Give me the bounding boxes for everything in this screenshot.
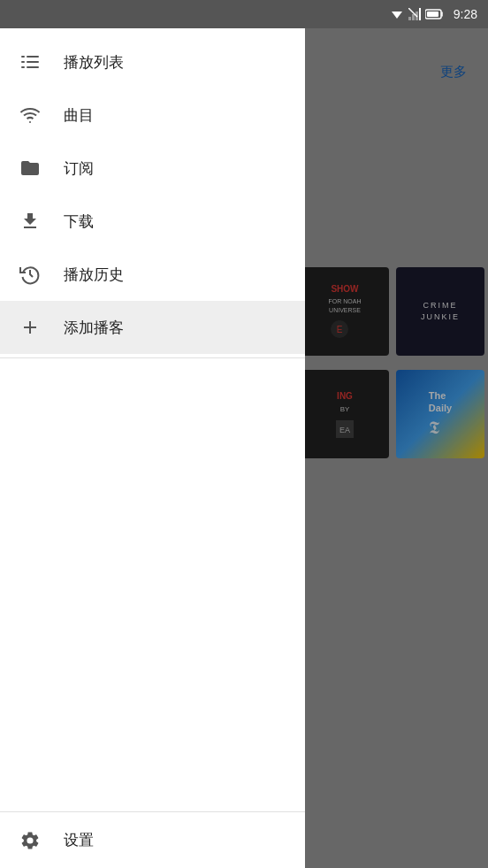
svg-rect-5 bbox=[27, 56, 39, 58]
sidebar-item-history[interactable]: 播放历史 bbox=[0, 248, 305, 301]
folder-icon bbox=[18, 156, 42, 181]
status-time: 9:28 bbox=[454, 7, 477, 21]
wifi-icon bbox=[390, 8, 404, 20]
sidebar-item-subscribe[interactable]: 订阅 bbox=[0, 142, 305, 195]
add-icon bbox=[18, 315, 42, 340]
sidebar-item-history-label: 播放历史 bbox=[64, 265, 124, 285]
drawer-menu: 播放列表 曲目 订阅 bbox=[0, 28, 305, 811]
sidebar-item-subscribe-label: 订阅 bbox=[64, 158, 94, 179]
sidebar-item-playlist[interactable]: 播放列表 bbox=[0, 35, 305, 88]
svg-rect-8 bbox=[21, 66, 25, 68]
settings-item[interactable]: 设置 bbox=[0, 811, 305, 868]
svg-rect-4 bbox=[21, 56, 25, 58]
signal-icon bbox=[408, 8, 421, 20]
svg-point-10 bbox=[29, 121, 31, 123]
svg-rect-9 bbox=[27, 66, 39, 68]
svg-rect-13 bbox=[412, 14, 415, 20]
svg-rect-12 bbox=[408, 17, 411, 20]
svg-rect-7 bbox=[27, 61, 39, 63]
sidebar-item-add-guest-label: 添加播客 bbox=[64, 318, 124, 338]
svg-rect-15 bbox=[419, 8, 421, 20]
settings-label: 设置 bbox=[64, 830, 94, 850]
battery-icon bbox=[425, 9, 445, 19]
svg-marker-11 bbox=[392, 12, 402, 19]
status-icons bbox=[390, 8, 445, 20]
svg-rect-18 bbox=[427, 12, 438, 17]
sidebar-item-playlist-label: 播放列表 bbox=[64, 52, 124, 73]
sidebar-item-download[interactable]: 下载 bbox=[0, 195, 305, 248]
divider bbox=[0, 357, 305, 358]
navigation-drawer: 播放列表 曲目 订阅 bbox=[0, 28, 305, 868]
sidebar-item-tracks-label: 曲目 bbox=[64, 105, 94, 126]
status-bar: 9:28 bbox=[0, 0, 488, 28]
sidebar-item-tracks[interactable]: 曲目 bbox=[0, 88, 305, 142]
list-icon bbox=[18, 50, 42, 74]
settings-icon bbox=[18, 828, 42, 853]
sidebar-item-download-label: 下载 bbox=[64, 211, 94, 232]
cast-icon bbox=[18, 103, 42, 127]
sidebar-item-add-guest[interactable]: 添加播客 bbox=[0, 301, 305, 354]
history-icon bbox=[18, 262, 42, 287]
svg-rect-6 bbox=[21, 61, 25, 63]
download-icon bbox=[18, 209, 42, 234]
